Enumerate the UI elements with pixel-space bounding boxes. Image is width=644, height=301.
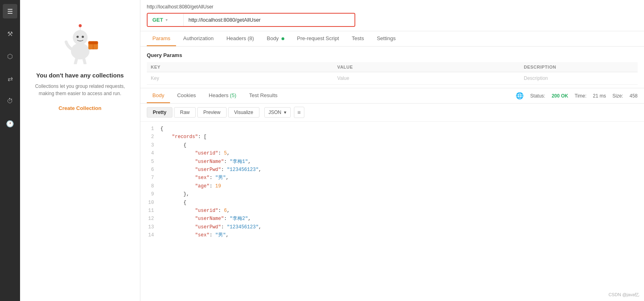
collections-empty-desc: Collections let you group related reques…	[28, 83, 132, 97]
line-num-7: 7	[140, 174, 160, 182]
svg-point-0	[71, 43, 89, 59]
line-num-6: 6	[140, 166, 160, 174]
json-chevron-icon: ▾	[284, 110, 286, 115]
format-btn-pretty[interactable]: Pretty	[147, 107, 172, 118]
line-content-3: {	[160, 141, 644, 149]
response-tab-testresults[interactable]: Test Results	[243, 88, 283, 103]
code-line-14: 14 "sex": "男",	[140, 231, 644, 239]
svg-point-3	[79, 24, 81, 27]
response-section: Body Cookies Headers (5) Test Results 🌐 …	[140, 88, 644, 301]
line-content-10: {	[160, 199, 644, 207]
url-input[interactable]	[184, 14, 354, 26]
line-content-12: "userName": "李梅2",	[160, 215, 644, 223]
sidebar-icon-tools[interactable]: ⚒	[3, 26, 17, 41]
line-num-13: 13	[140, 223, 160, 231]
illustration-svg	[56, 16, 104, 64]
sidebar-icon-history[interactable]: 🕐	[3, 116, 17, 131]
code-line-11: 11 "userid": 6,	[140, 207, 644, 215]
response-body: Pretty Raw Preview Visualize JSON ▾ ≡ 1 …	[140, 104, 644, 301]
format-btn-visualize[interactable]: Visualize	[228, 107, 259, 118]
sidebar-icon-servers[interactable]: ⇄	[3, 71, 17, 86]
line-num-3: 3	[140, 141, 160, 149]
wrap-lines-button[interactable]: ≡	[294, 107, 304, 118]
create-collection-button[interactable]: Create Collection	[59, 105, 101, 111]
headers-badge: (8)	[247, 35, 254, 41]
time-label: Time:	[575, 93, 587, 99]
params-col-key: KEY	[147, 62, 333, 72]
line-content-13: "userPwd": "123456123",	[160, 223, 644, 231]
response-tab-headers[interactable]: Headers (5)	[203, 88, 242, 103]
line-content-8: "age": 19	[160, 182, 644, 190]
tab-settings[interactable]: Settings	[371, 31, 401, 46]
line-num-10: 10	[140, 199, 160, 207]
svg-point-4	[76, 36, 79, 38]
format-btn-raw[interactable]: Raw	[174, 107, 196, 118]
sidebar-icon-environments[interactable]: ⬡	[3, 49, 17, 63]
size-label: Size:	[612, 93, 623, 99]
code-line-6: 6 "userPwd": "123456123",	[140, 166, 644, 174]
line-num-12: 12	[140, 215, 160, 223]
line-content-6: "userPwd": "123456123",	[160, 166, 644, 174]
line-content-7: "sex": "男",	[160, 174, 644, 182]
status-label: Status:	[530, 93, 545, 99]
code-line-13: 13 "userPwd": "123456123",	[140, 223, 644, 231]
line-content-14: "sex": "男",	[160, 231, 644, 239]
response-status-row: 🌐 Status: 200 OK Time: 21 ms Size: 458	[516, 92, 638, 100]
code-line-7: 7 "sex": "男",	[140, 174, 644, 182]
size-value: 458	[630, 93, 638, 99]
sidebar-icon-collections[interactable]: ☰	[3, 4, 17, 18]
collections-panel: You don't have any collections Collectio…	[20, 0, 140, 301]
response-headers-badge: (5)	[230, 92, 236, 98]
request-tabs: Params Authorization Headers (8) Body Pr…	[140, 31, 644, 47]
desc-cell[interactable]: Description	[520, 72, 638, 85]
line-num-2: 2	[140, 133, 160, 141]
tab-authorization[interactable]: Authorization	[178, 31, 219, 46]
response-tabs-row: Body Cookies Headers (5) Test Results 🌐 …	[140, 88, 644, 104]
code-line-9: 9 },	[140, 190, 644, 198]
line-num-11: 11	[140, 207, 160, 215]
params-col-value: VALUE	[333, 62, 520, 72]
format-btn-preview[interactable]: Preview	[197, 107, 227, 118]
line-num-9: 9	[140, 190, 160, 198]
tab-prerequest[interactable]: Pre-request Script	[292, 31, 345, 46]
line-num-5: 5	[140, 158, 160, 166]
response-tab-body[interactable]: Body	[147, 88, 170, 103]
response-toolbar: Pretty Raw Preview Visualize JSON ▾ ≡	[140, 104, 644, 122]
status-value: 200 OK	[552, 93, 568, 99]
method-label: GET	[152, 17, 163, 23]
line-num-4: 4	[140, 149, 160, 157]
json-type-label: JSON	[269, 110, 281, 115]
line-num-14: 14	[140, 231, 160, 239]
collections-empty-title: You don't have any collections	[36, 72, 124, 79]
tab-body[interactable]: Body	[261, 31, 290, 46]
code-line-12: 12 "userName": "李梅2",	[140, 215, 644, 223]
line-content-9: },	[160, 190, 644, 198]
method-select[interactable]: GET ▾	[148, 14, 184, 26]
collections-illustration	[56, 16, 104, 65]
sidebar-icon-monitors[interactable]: ⏱	[3, 94, 17, 108]
globe-icon[interactable]: 🌐	[516, 92, 524, 100]
line-content-5: "userName": "李梅1",	[160, 158, 644, 166]
params-col-desc: DESCRIPTION	[520, 62, 638, 72]
url-bar-section: http://localhost:8080/getAllUser GET ▾	[140, 0, 644, 31]
query-params-section: Query Params KEY VALUE DESCRIPTION Key V…	[140, 47, 644, 88]
line-num-1: 1	[140, 125, 160, 133]
json-type-select[interactable]: JSON ▾	[264, 107, 291, 118]
code-line-8: 8 "age": 19	[140, 182, 644, 190]
code-line-3: 3 {	[140, 141, 644, 149]
line-content-1: {	[160, 125, 644, 133]
url-input-row: GET ▾	[147, 13, 355, 27]
chevron-down-icon: ▾	[166, 18, 168, 22]
line-content-11: "userid": 6,	[160, 207, 644, 215]
tab-params[interactable]: Params	[147, 31, 176, 46]
value-cell[interactable]: Value	[333, 72, 520, 85]
line-content-2: "records": [	[160, 133, 644, 141]
code-line-2: 2 "records": [	[140, 133, 644, 141]
response-tab-cookies[interactable]: Cookies	[172, 88, 202, 103]
key-cell[interactable]: Key	[147, 72, 333, 85]
line-num-8: 8	[140, 182, 160, 190]
tab-tests[interactable]: Tests	[346, 31, 369, 46]
tab-headers[interactable]: Headers (8)	[221, 31, 260, 46]
sidebar: ☰ ⚒ ⬡ ⇄ ⏱ 🕐	[0, 0, 20, 301]
table-row: Key Value Description	[147, 72, 638, 85]
